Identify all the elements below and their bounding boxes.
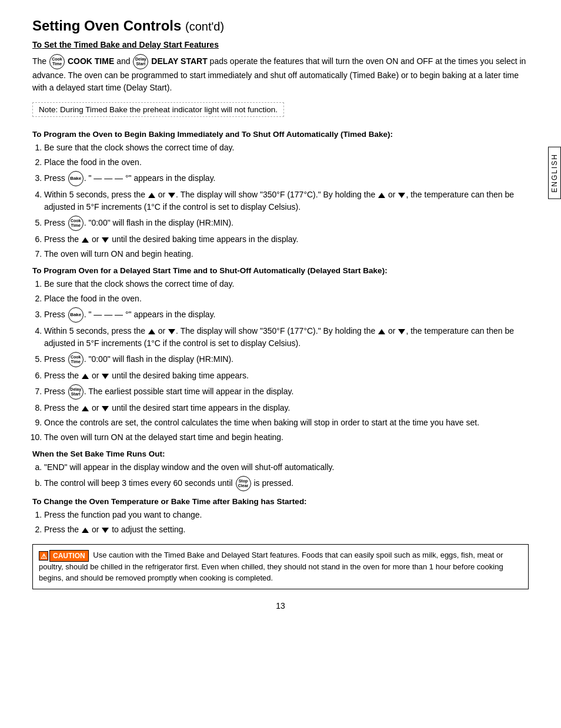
cook-time-btn-icon: CookTime [49, 54, 65, 69]
list-item: Place the food in the oven. [44, 156, 529, 169]
list-item: Press Bake. " — — — °" appears in the di… [44, 307, 529, 323]
arrow-up-icon [82, 374, 89, 379]
cook-time-btn-icon-3: CookTime [68, 352, 84, 367]
bake-time-runs-out-list: "END" will appear in the display window … [44, 461, 529, 491]
list-item: The oven will turn ON at the delayed sta… [44, 431, 529, 444]
arrow-up-icon [148, 329, 155, 334]
title-cont: (cont'd) [185, 20, 224, 33]
list-item: Place the food in the oven. [44, 293, 529, 305]
program-immediately-heading: To Program the Oven to Begin Baking Imme… [32, 130, 529, 139]
arrow-up-icon [378, 329, 385, 334]
bake-btn-icon: Bake [68, 171, 84, 186]
change-temp-list: Press the function pad you want to chang… [44, 509, 529, 536]
list-item: Press the function pad you want to chang… [44, 509, 529, 521]
arrow-up-icon [82, 237, 89, 243]
cook-time-btn-icon-2: CookTime [68, 216, 84, 231]
arrow-up-icon [82, 406, 89, 411]
delay-start-label: DELAY START [151, 56, 207, 66]
program-delayed-heading: To Program Oven for a Delayed Start Time… [32, 266, 529, 275]
delay-start-btn-icon-2: DelayStart [68, 384, 84, 400]
arrow-down-icon [398, 329, 405, 334]
list-item: The control will beep 3 times every 60 s… [44, 476, 529, 491]
title-text: Setting Oven Controls [32, 18, 181, 33]
list-item: The oven will turn ON and begin heating. [44, 248, 529, 260]
arrow-down-icon [168, 329, 175, 334]
list-item: Once the controls are set, the control c… [44, 417, 529, 429]
list-item: Within 5 seconds, press the or . The dis… [44, 325, 529, 350]
timed-bake-heading: To Set the Timed Bake and Delay Start Fe… [32, 40, 529, 49]
list-item: Press DelayStart. The earliest possible … [44, 384, 529, 400]
arrow-up-icon [378, 193, 385, 198]
list-item: Press Bake. " — — — °" appears in the di… [44, 171, 529, 186]
note-text: Note: During Timed Bake the preheat indi… [39, 105, 278, 114]
caution-text: Use caution with the Timed Bake and Dela… [39, 551, 503, 582]
list-item: Press CookTime. "0:00" will flash in the… [44, 352, 529, 367]
arrow-down-icon [168, 193, 175, 198]
list-item: Press the or to adjust the setting. [44, 524, 529, 536]
arrow-down-icon [102, 237, 109, 243]
caution-label: CAUTION [49, 550, 89, 562]
list-item: Press the or until the desired start tim… [44, 402, 529, 414]
program-delayed-list: Be sure that the clock shows the correct… [44, 278, 529, 444]
intro-paragraph: The CookTime COOK TIME and DelayStart DE… [32, 54, 529, 94]
delay-start-btn-icon: DelayStart [133, 54, 148, 69]
page-number: 13 [32, 601, 529, 610]
arrow-down-icon [102, 528, 109, 533]
list-item: Within 5 seconds, press the or . The dis… [44, 189, 529, 213]
list-item: Press the or until the desired baking ti… [44, 370, 529, 382]
page-container: Setting Oven Controls (cont'd) To Set th… [0, 0, 561, 634]
arrow-down-icon [102, 374, 109, 379]
list-item: Press the or until the desired baking ti… [44, 233, 529, 246]
change-temp-heading: To Change the Oven Temperature or Bake T… [32, 497, 529, 506]
arrow-up-icon [82, 528, 89, 533]
caution-icon: ⚠ [39, 551, 48, 561]
cook-time-label: COOK TIME [68, 56, 114, 66]
arrow-down-icon [102, 406, 109, 411]
stop-cancel-btn-icon: StopClear [236, 476, 251, 491]
arrow-down-icon [398, 193, 405, 198]
arrow-up-icon [148, 193, 155, 198]
list-item: "END" will appear in the display window … [44, 461, 529, 474]
list-item: Be sure that the clock shows the correct… [44, 278, 529, 290]
sidebar-english-label: ENGLISH [548, 147, 561, 199]
bake-btn-icon-2: Bake [68, 307, 84, 323]
program-immediately-list: Be sure that the clock shows the correct… [44, 142, 529, 260]
note-box: Note: During Timed Bake the preheat indi… [32, 102, 284, 117]
caution-box: ⚠CAUTION Use caution with the Timed Bake… [32, 544, 529, 589]
bake-time-runs-out-heading: When the Set Bake Time Runs Out: [32, 449, 529, 458]
page-title: Setting Oven Controls (cont'd) [32, 18, 529, 34]
list-item: Press CookTime. "0:00" will flash in the… [44, 216, 529, 231]
list-item: Be sure that the clock shows the correct… [44, 142, 529, 154]
